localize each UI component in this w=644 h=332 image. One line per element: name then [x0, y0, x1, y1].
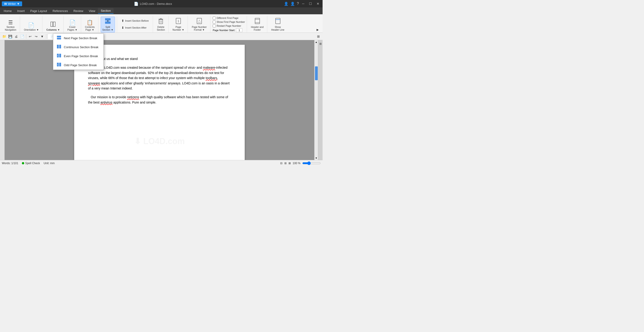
ribbon-group-insert-section: ⬆ Insert Section Before ⬇ Insert Section…: [118, 16, 153, 33]
different-first-page-checkbox[interactable]: [213, 17, 216, 20]
page-number-start-input[interactable]: [236, 28, 242, 32]
menu-section[interactable]: Section: [98, 8, 113, 14]
ribbon-group-orientation: 📄 Orientation ▼: [20, 16, 43, 33]
delete-section-icon: [158, 18, 164, 25]
svg-rect-30: [59, 63, 61, 66]
minimize-button[interactable]: ─: [301, 2, 306, 6]
split-section-dropdown: Next Page Section Break Continuous Secti…: [53, 34, 104, 70]
document-text: A little about us and what we stand In a…: [88, 56, 231, 105]
next-page-section-break-label: Next Page Section Break: [64, 37, 97, 40]
menu-home[interactable]: Home: [1, 8, 14, 14]
redo-button[interactable]: ↪: [34, 34, 39, 39]
insert-before-label: Insert Section Before: [125, 19, 149, 22]
show-first-page-number-checkbox[interactable]: [213, 21, 216, 24]
svg-rect-24: [57, 45, 59, 49]
view-mode-icon-1[interactable]: ⊟: [280, 162, 282, 165]
account-icon: 👤: [290, 2, 295, 6]
spellcheck-malware: malware: [203, 66, 215, 69]
split-section-icon: [104, 18, 111, 25]
cover-pages-button[interactable]: 📄 CoverPages ▼: [66, 19, 79, 33]
view-mode-icon-3[interactable]: ⊠: [288, 162, 291, 165]
ribbon-group-delete-section: DeleteSection: [154, 16, 169, 33]
even-page-section-break-item[interactable]: 2 Even Page Section Break: [53, 52, 104, 61]
insert-section-before-button[interactable]: ⬆ Insert Section Before: [119, 18, 151, 24]
close-button[interactable]: ✕: [315, 2, 321, 6]
menu-page-layout[interactable]: Page Layout: [28, 8, 50, 14]
save-button[interactable]: 💾: [7, 34, 13, 39]
even-page-section-break-label: Even Page Section Break: [64, 54, 98, 58]
toolbar: 📁 💾 🖨 📄 ↩ ↪ ▼ 📄 LO4D.com - Demo.docx ✕ ⊞: [0, 33, 322, 40]
svg-marker-5: [107, 21, 109, 21]
page-number-format-button[interactable]: # 1,2 Page NumberFormat ▼: [190, 17, 208, 33]
svg-rect-27: [59, 54, 61, 57]
contents-page-icon: 📋: [87, 20, 93, 25]
continuous-section-break-item[interactable]: Continuous Section Break: [53, 43, 104, 52]
scroll-thumb[interactable]: [315, 66, 318, 80]
toolbar-right: ⊞: [316, 34, 321, 39]
page-number-label: PageNumber ▼: [172, 26, 184, 31]
orientation-button[interactable]: 📄 Orientation ▼: [22, 22, 40, 33]
menu-review[interactable]: Review: [71, 8, 86, 14]
orientation-icon: 📄: [28, 23, 34, 28]
spellcheck-toolbars: toolbars: [206, 76, 217, 80]
svg-rect-2: [105, 18, 110, 21]
cover-pages-label: CoverPages ▼: [68, 26, 78, 31]
odd-page-section-break-item[interactable]: 1 Odd Page Section Break: [53, 61, 104, 70]
vertical-scrollbar[interactable]: ▲ ▼: [314, 40, 318, 160]
orientation-label: Orientation ▼: [24, 28, 39, 31]
split-section-button[interactable]: SplitSection ▼: [101, 17, 115, 33]
spell-check-indicator[interactable]: Spell Check: [22, 162, 40, 165]
ribbon-group-columns: Columns ▼: [43, 16, 63, 33]
columns-label: Columns ▼: [46, 28, 60, 31]
ribbon-group-cover-pages: 📄 CoverPages ▼: [64, 16, 81, 33]
header-footer-icon: [254, 18, 260, 25]
scroll-track[interactable]: [315, 44, 318, 156]
svg-text:1: 1: [57, 64, 58, 66]
page-number-button[interactable]: 1 PageNumber ▼: [171, 17, 186, 33]
print-button[interactable]: 🖨: [13, 34, 19, 39]
ribbon-group-show-header-line: ShowHeader Line: [268, 16, 288, 33]
menu-insert[interactable]: Insert: [14, 8, 28, 14]
section-navigation-button[interactable]: ☰ SectionNavigation: [3, 19, 18, 33]
more-tools-button[interactable]: ▼: [40, 34, 45, 39]
spell-check-dot: [22, 162, 24, 164]
ribbon-expand-button[interactable]: ▶: [315, 27, 320, 33]
sidebar-icon-1[interactable]: ⊞: [318, 41, 323, 47]
undo-button[interactable]: ↩: [28, 34, 33, 39]
delete-section-button[interactable]: DeleteSection: [155, 17, 166, 33]
odd-page-section-break-label: Odd Page Section Break: [64, 63, 97, 67]
page-number-start-label: Page Number Start:: [213, 29, 235, 32]
columns-button[interactable]: Columns ▼: [45, 20, 61, 33]
expand-right-button[interactable]: ⊞: [316, 34, 321, 39]
svg-rect-7: [159, 20, 163, 24]
page-number-start-row: Page Number Start:: [213, 28, 242, 32]
toolbar-separator-1: [26, 34, 26, 39]
ribbon-group-contents-page: 📋 ContentsPage ▼: [82, 16, 98, 33]
insert-section-after-button[interactable]: ⬇ Insert Section After: [119, 25, 151, 31]
menu-view[interactable]: View: [86, 8, 98, 14]
scroll-down-arrow[interactable]: ▼: [314, 156, 318, 160]
view-mode-icon-2[interactable]: ⊞: [284, 162, 287, 165]
odd-page-break-icon: 1: [56, 63, 62, 68]
left-ruler: [0, 40, 4, 160]
contents-page-button[interactable]: 📋 ContentsPage ▼: [84, 19, 96, 33]
restart-page-number-checkbox[interactable]: [213, 25, 216, 28]
header-footer-button[interactable]: Header andFooter: [249, 17, 265, 33]
menu-bar: Home Insert Page Layout References Revie…: [0, 7, 322, 14]
contents-page-label: ContentsPage ▼: [85, 26, 95, 31]
maximize-button[interactable]: ☐: [308, 2, 313, 6]
pdf-button[interactable]: 📄: [19, 34, 25, 39]
writer-app-button[interactable]: W Writer ▼: [2, 2, 22, 6]
document-scroll-area[interactable]: A little about us and what we stand In a…: [4, 40, 314, 160]
header-footer-label: Header andFooter: [251, 26, 264, 31]
svg-rect-23: [57, 38, 61, 40]
spellcheck-antivirus: antivirus: [100, 101, 112, 104]
menu-references[interactable]: References: [50, 8, 70, 14]
title-bar: W Writer ▼ 📄 LO4D.com - Demo.docx 👤 👤 ? …: [0, 0, 322, 7]
status-bar: Words: 1/101 Spell Check Unit: mm ⊟ ⊞ ⊠ …: [0, 160, 322, 166]
next-page-section-break-item[interactable]: Next Page Section Break: [53, 34, 104, 43]
open-file-button[interactable]: 📁: [2, 34, 7, 39]
show-header-line-button[interactable]: ShowHeader Line: [270, 17, 286, 33]
zoom-slider[interactable]: [302, 161, 321, 165]
svg-rect-1: [53, 22, 55, 27]
